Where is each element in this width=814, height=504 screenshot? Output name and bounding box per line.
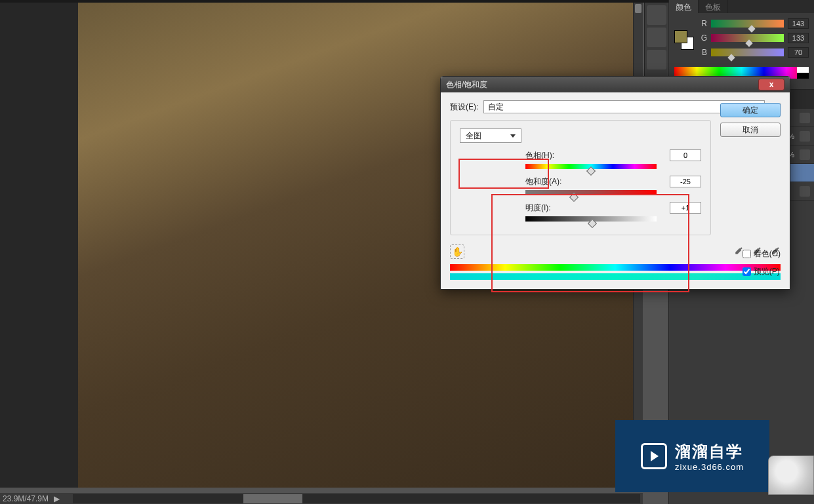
tab-color[interactable]: 颜色 bbox=[669, 0, 699, 13]
saturation-slider[interactable] bbox=[525, 190, 657, 195]
tool-icon-3[interactable] bbox=[647, 50, 666, 69]
lightness-input[interactable] bbox=[670, 202, 701, 214]
b-value[interactable] bbox=[788, 47, 809, 58]
foreground-background-swatch[interactable] bbox=[674, 30, 694, 50]
hue-strip-bottom bbox=[450, 273, 781, 280]
b-label: B bbox=[698, 48, 707, 57]
watermark-url: zixue.3d66.com bbox=[675, 462, 744, 472]
watermark-brand: 溜溜自学 bbox=[675, 441, 744, 462]
fill-arrow-icon[interactable] bbox=[800, 149, 810, 160]
tab-swatches[interactable]: 色板 bbox=[699, 0, 728, 13]
g-label: G bbox=[698, 33, 707, 43]
colorize-checkbox[interactable] bbox=[743, 250, 751, 258]
lightness-slider[interactable] bbox=[525, 216, 657, 222]
saturation-label: 饱和度(A): bbox=[525, 176, 571, 187]
r-label: R bbox=[698, 19, 707, 28]
tool-icon-2[interactable] bbox=[647, 28, 666, 47]
horizontal-scrollbar[interactable] bbox=[73, 494, 640, 503]
horizontal-scrollbar-thumb[interactable] bbox=[243, 494, 302, 503]
hue-input[interactable] bbox=[670, 149, 701, 161]
chevron-down-icon bbox=[510, 134, 516, 138]
status-arrow-icon[interactable]: ▶ bbox=[54, 494, 60, 503]
ok-button[interactable]: 确定 bbox=[720, 103, 781, 117]
opacity-arrow-icon[interactable] bbox=[800, 131, 810, 142]
lock-icon[interactable] bbox=[800, 186, 810, 197]
hue-label: 色相(H): bbox=[525, 150, 571, 161]
dialog-title: 色相/饱和度 bbox=[446, 79, 487, 90]
scrubby-hand-icon[interactable]: ✋ bbox=[450, 244, 464, 259]
hue-saturation-dialog: 色相/饱和度 x 预设(E): 自定 确定 取消 全图 色相(H): bbox=[440, 76, 790, 290]
hue-slider-thumb[interactable] bbox=[586, 166, 596, 176]
link-icon[interactable] bbox=[800, 113, 810, 123]
preview-checkbox[interactable] bbox=[743, 267, 751, 276]
foreground-color[interactable] bbox=[674, 30, 687, 43]
hue-slider[interactable] bbox=[525, 164, 657, 169]
colorize-label: 着色(O) bbox=[754, 248, 781, 260]
g-slider[interactable] bbox=[711, 34, 784, 42]
saturation-slider-thumb[interactable] bbox=[569, 193, 579, 202]
saturation-input[interactable] bbox=[670, 176, 701, 187]
preset-label: 预设(E): bbox=[450, 102, 478, 113]
preset-value: 自定 bbox=[488, 102, 504, 113]
hue-strip-top bbox=[450, 264, 781, 271]
color-panel: R G B bbox=[669, 13, 814, 84]
edit-channel-dropdown[interactable]: 全图 bbox=[460, 128, 521, 143]
collapsed-toolstrip bbox=[644, 3, 668, 81]
close-button[interactable]: x bbox=[758, 79, 784, 90]
lightness-slider-thumb[interactable] bbox=[588, 219, 597, 228]
assistant-avatar[interactable] bbox=[768, 456, 814, 495]
dialog-titlebar[interactable]: 色相/饱和度 x bbox=[441, 77, 790, 92]
r-value[interactable] bbox=[788, 18, 809, 29]
adjustment-group: 全图 色相(H): 饱和度(A): 明度(I): bbox=[450, 120, 711, 235]
tool-icon-1[interactable] bbox=[647, 5, 666, 25]
doc-info: 23.9M/47.9M bbox=[3, 494, 54, 503]
colorize-checkbox-row[interactable]: 着色(O) bbox=[743, 248, 781, 260]
play-icon bbox=[641, 443, 667, 469]
preview-label: 预览(P) bbox=[754, 266, 780, 277]
cancel-button[interactable]: 取消 bbox=[720, 123, 781, 137]
edit-channel-value: 全图 bbox=[466, 130, 481, 142]
vertical-scrollbar-thumb[interactable] bbox=[635, 4, 641, 13]
status-bar: 23.9M/47.9M ▶ bbox=[0, 493, 643, 504]
g-value[interactable] bbox=[788, 33, 809, 43]
preview-checkbox-row[interactable]: 预览(P) bbox=[743, 266, 781, 277]
watermark-logo: 溜溜自学 zixue.3d66.com bbox=[615, 420, 769, 492]
r-slider[interactable] bbox=[711, 20, 784, 28]
color-panel-tabs: 颜色 色板 bbox=[669, 0, 814, 13]
b-slider[interactable] bbox=[711, 48, 784, 56]
lightness-label: 明度(I): bbox=[525, 203, 571, 214]
